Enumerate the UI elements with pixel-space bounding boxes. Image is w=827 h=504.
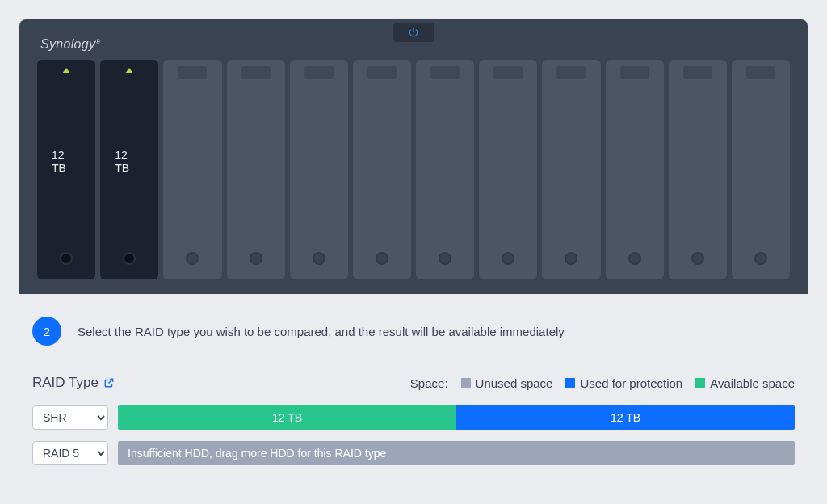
bay-tab-icon — [241, 66, 271, 79]
bay-tab-icon — [746, 66, 775, 79]
legend-unused: Unused space — [461, 376, 553, 390]
drive-jack-icon — [439, 252, 451, 265]
drive-bay-empty[interactable] — [542, 60, 600, 279]
drive-jack-icon — [313, 252, 325, 265]
drive-jack-icon — [123, 252, 136, 265]
bay-tab-icon — [178, 66, 207, 79]
bay-tab-icon — [556, 66, 586, 79]
drive-jack-icon — [376, 252, 388, 265]
bay-tab-icon — [493, 66, 523, 79]
device-visualization: Synology® 12 TB12 TB — [0, 0, 827, 294]
drive-jack-icon — [628, 252, 641, 265]
raid-type-label: RAID Type — [32, 375, 99, 391]
drive-jack-icon — [565, 252, 577, 265]
raid-type-select[interactable]: SHR — [32, 405, 108, 430]
drive-bay-empty[interactable] — [479, 60, 537, 279]
drive-jack-icon — [691, 252, 704, 265]
bay-tab-icon — [620, 66, 649, 79]
drive-jack-icon — [186, 252, 199, 265]
drive-bay-empty[interactable] — [227, 60, 285, 279]
legend-label: Space: — [410, 376, 448, 390]
swatch-available — [695, 378, 705, 388]
drive-bay-empty[interactable] — [732, 60, 790, 279]
swatch-unused — [461, 378, 471, 388]
bay-tab-icon — [304, 66, 334, 79]
raid-config-section: 2 Select the RAID type you wish to be co… — [0, 294, 827, 465]
raid-space-bar: 12 TB12 TB — [118, 405, 795, 430]
step-instruction-text: Select the RAID type you wish to be comp… — [78, 325, 565, 338]
nas-device: Synology® 12 TB12 TB — [19, 19, 808, 294]
raid-row: SHR12 TB12 TB — [32, 405, 795, 430]
brand-logo: Synology® — [40, 37, 100, 52]
drive-jack-icon — [60, 252, 73, 265]
bay-tab-icon — [430, 66, 460, 79]
drive-jack-icon — [250, 252, 262, 265]
bar-segment-available: 12 TB — [118, 405, 456, 430]
drive-capacity-label: 12 TB — [115, 149, 144, 174]
power-icon — [408, 27, 419, 38]
legend-protection: Used for protection — [565, 376, 682, 390]
raid-type-select[interactable]: RAID 5 — [32, 441, 108, 465]
space-legend: Space: Unused space Used for protection … — [410, 376, 795, 390]
external-link-icon — [103, 377, 115, 388]
bay-tab-icon — [367, 66, 397, 79]
drive-bay-empty[interactable] — [290, 60, 348, 279]
swatch-protection — [565, 378, 575, 388]
bar-segment-unused: Insufficient HDD, drag more HDD for this… — [118, 441, 795, 465]
drive-bay-empty[interactable] — [163, 60, 221, 279]
step-number-badge: 2 — [32, 317, 61, 346]
drive-bay-filled[interactable]: 12 TB — [37, 60, 95, 279]
raid-row: RAID 5Insufficient HDD, drag more HDD fo… — [32, 441, 795, 465]
drive-bay-empty[interactable] — [353, 60, 411, 279]
drive-bay-empty[interactable] — [606, 60, 664, 279]
drive-bay-empty[interactable] — [669, 60, 727, 279]
drive-jack-icon — [754, 252, 767, 265]
drive-led-icon — [125, 68, 133, 74]
drive-bay-filled[interactable]: 12 TB — [100, 60, 158, 279]
drive-led-icon — [62, 68, 70, 74]
bay-tab-icon — [683, 66, 712, 79]
bar-segment-protection: 12 TB — [456, 405, 795, 430]
power-button[interactable] — [393, 23, 434, 42]
legend-available: Available space — [695, 376, 795, 390]
drive-jack-icon — [502, 252, 514, 265]
drive-bay-empty[interactable] — [416, 60, 474, 279]
drive-bays: 12 TB12 TB — [34, 60, 793, 294]
drive-capacity-label: 12 TB — [52, 149, 81, 174]
raid-type-link[interactable]: RAID Type — [32, 375, 115, 391]
raid-space-bar: Insufficient HDD, drag more HDD for this… — [118, 441, 795, 465]
